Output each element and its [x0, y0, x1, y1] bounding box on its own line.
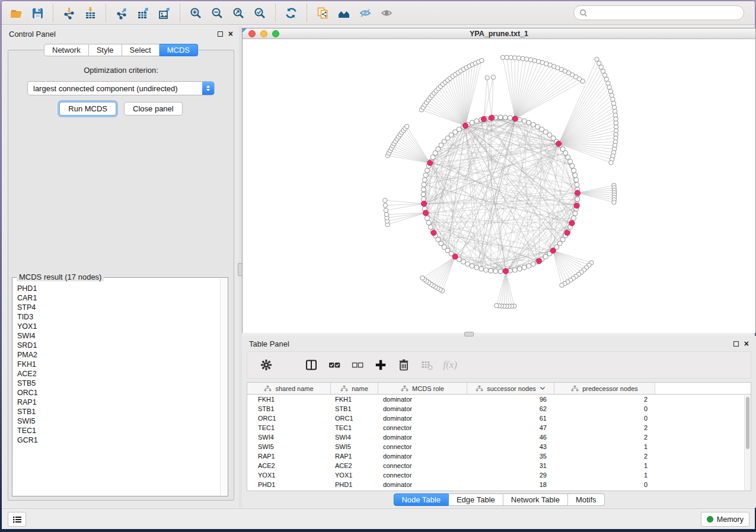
table-body: FKH1FKH1dominator962STB1STB1dominator620… — [247, 395, 751, 489]
task-history-button[interactable] — [8, 512, 26, 527]
tab-edge-table[interactable]: Edge Table — [449, 493, 503, 506]
mcds-list-scrollbar[interactable] — [220, 278, 227, 495]
tab-motifs[interactable]: Motifs — [568, 493, 605, 506]
first-neighbors-button[interactable] — [333, 4, 355, 23]
search-box[interactable] — [573, 5, 744, 20]
tab-style[interactable]: Style — [89, 44, 122, 56]
export-network-button[interactable] — [111, 4, 132, 23]
table-row[interactable]: ACE2ACE2connector311 — [247, 461, 751, 470]
open-folder-button[interactable] — [5, 4, 27, 23]
zoom-out-button[interactable] — [206, 4, 228, 23]
close-icon[interactable]: × — [744, 341, 749, 347]
refresh-button[interactable] — [280, 4, 302, 23]
cell — [655, 414, 751, 423]
network-titlebar[interactable]: YPA_prune.txt_1 — [243, 28, 755, 39]
tab-node-table[interactable]: Node Table — [393, 493, 449, 506]
table-row[interactable]: FKH1FKH1dominator962 — [247, 395, 751, 404]
minimize-traffic-light[interactable] — [260, 30, 267, 37]
table-row[interactable]: YOX1YOX1connector291 — [247, 470, 751, 480]
cell: 62 — [467, 404, 554, 414]
delete-table-icon — [420, 358, 433, 371]
mcds-result-item[interactable]: SWI5 — [14, 416, 219, 426]
select-all-button[interactable] — [327, 358, 342, 372]
table-row[interactable]: SWI5SWI5connector431 — [247, 442, 751, 451]
column-header-MCDS-role[interactable]: MCDS role — [378, 383, 467, 394]
delete-row-button[interactable] — [397, 358, 411, 372]
save-button[interactable] — [27, 4, 48, 23]
mcds-result-item[interactable]: STB5 — [14, 379, 219, 388]
run-mcds-button[interactable]: Run MCDS — [59, 102, 116, 116]
cell — [655, 404, 751, 414]
cell: 18 — [467, 480, 554, 489]
export-table-button[interactable] — [132, 4, 154, 23]
zoom-fit-button[interactable] — [228, 4, 249, 23]
scrollbar-thumb[interactable] — [746, 397, 749, 449]
tab-select[interactable]: Select — [122, 44, 160, 56]
table-row[interactable]: ORC1ORC1dominator610 — [247, 414, 751, 423]
show-all-button[interactable] — [376, 4, 397, 23]
column-label: successor nodes — [487, 385, 536, 392]
optimization-label: Optimization criterion: — [8, 66, 234, 75]
toolbar-separator — [106, 4, 106, 22]
mcds-result-item[interactable]: SWI4 — [14, 331, 219, 341]
table-row[interactable]: RAP1RAP1dominator352 — [247, 451, 751, 461]
sort-chevron-icon[interactable] — [540, 386, 546, 390]
mcds-result-item[interactable]: PHD1 — [14, 284, 219, 293]
table-row[interactable]: TEC1TEC1connector472 — [247, 423, 751, 432]
close-traffic-light[interactable] — [248, 30, 256, 37]
column-label: shared name — [275, 385, 313, 392]
hide-selected-button[interactable] — [355, 4, 376, 23]
cell — [655, 423, 751, 432]
split-panel-button[interactable] — [304, 358, 318, 372]
mcds-result-list[interactable]: PHD1CAR1STP4TID3YOX1SWI4SRD1PMA2FKH1ACE2… — [14, 284, 219, 495]
mcds-result-item[interactable]: ACE2 — [14, 369, 219, 379]
mcds-result-item[interactable]: RAP1 — [14, 398, 219, 407]
horizontal-splitter-grip[interactable] — [464, 332, 474, 336]
mcds-result-item[interactable]: FKH1 — [14, 360, 219, 369]
close-panel-button[interactable]: Close panel — [124, 102, 183, 116]
cell: 2 — [554, 395, 655, 404]
criterion-select[interactable]: largest connected component (undirected) — [27, 81, 215, 95]
close-icon[interactable]: × — [228, 31, 233, 37]
import-table-button[interactable] — [79, 4, 101, 23]
network-canvas[interactable] — [243, 39, 755, 333]
zoom-in-button[interactable] — [185, 4, 206, 23]
add-row-button[interactable] — [374, 358, 388, 372]
float-icon[interactable] — [218, 31, 223, 37]
column-header-name[interactable]: name — [331, 383, 378, 394]
table-scrollbar[interactable] — [744, 395, 751, 491]
control-panel-titlebar: Control Panel × — [3, 26, 239, 41]
mcds-result-item[interactable]: TID3 — [14, 312, 219, 322]
mcds-result-item[interactable]: GCR1 — [14, 435, 219, 445]
table-row[interactable]: SWI4SWI4dominator462 — [247, 432, 751, 442]
zoom-traffic-light[interactable] — [272, 30, 279, 37]
search-input[interactable] — [591, 7, 744, 19]
column-header-predecessor-nodes[interactable]: predecessor nodes — [554, 383, 655, 394]
memory-button[interactable]: Memory — [701, 512, 749, 527]
mcds-result-item[interactable]: CAR1 — [14, 293, 219, 303]
tab-mcds[interactable]: MCDS — [160, 44, 198, 56]
mcds-result-item[interactable]: PMA2 — [14, 350, 219, 360]
copy-style-button[interactable] — [312, 4, 333, 23]
mcds-result-item[interactable]: ORC1 — [14, 388, 219, 398]
add-row-icon — [374, 358, 387, 371]
tab-network[interactable]: Network — [44, 44, 89, 56]
table-row[interactable]: PHD1PHD1dominator180 — [247, 480, 751, 489]
cell: ORC1 — [247, 414, 331, 423]
export-image-button[interactable] — [154, 4, 175, 23]
mcds-result-item[interactable]: SRD1 — [14, 341, 219, 350]
column-header-shared-name[interactable]: shared name — [247, 383, 331, 394]
mcds-result-item[interactable]: TEC1 — [14, 426, 219, 435]
import-network-button[interactable] — [58, 4, 79, 23]
zoom-selected-button[interactable] — [249, 4, 270, 23]
column-header-successor-nodes[interactable]: successor nodes — [467, 383, 554, 394]
table-row[interactable]: STB1STB1dominator620 — [247, 404, 751, 414]
settings-gear-button[interactable] — [259, 358, 273, 372]
cell: ORC1 — [331, 414, 378, 423]
mcds-result-item[interactable]: STB1 — [14, 407, 219, 416]
mcds-result-item[interactable]: YOX1 — [14, 322, 219, 331]
tab-network-table[interactable]: Network Table — [503, 493, 568, 506]
deselect-all-button[interactable] — [350, 358, 365, 372]
mcds-result-item[interactable]: STP4 — [14, 303, 219, 312]
float-icon[interactable] — [733, 341, 739, 347]
